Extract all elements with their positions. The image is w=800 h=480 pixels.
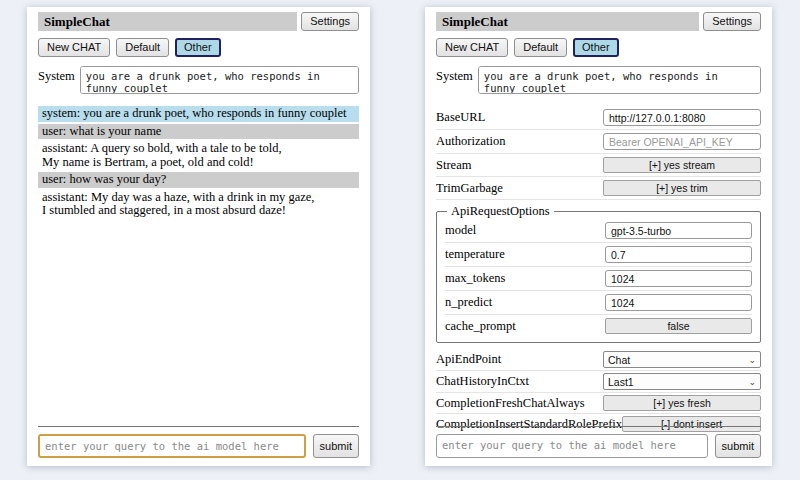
authorization-input[interactable] [603,133,761,150]
app-title: SimpleChat [38,12,297,31]
system-label: System [436,66,473,84]
api-endpoint-selected-value: Chat [608,354,630,366]
setting-row-temperature: temperature [445,243,752,267]
chat-history-selected-value: Last1 [608,376,634,388]
baseurl-label: BaseURL [436,110,485,125]
setting-row-cache-prompt: cache_prompt false [445,315,752,337]
api-request-options-legend: ApiRequestOptions [447,204,554,219]
session-other-button[interactable]: Other [573,38,619,57]
chat-message-assistant: assistant: A query so bold, with a tale … [38,141,359,170]
session-default-button[interactable]: Default [116,38,169,57]
stream-toggle-button[interactable]: [+] yes stream [603,157,761,173]
new-chat-button[interactable]: New CHAT [436,38,508,57]
temperature-label: temperature [445,247,505,262]
chat-message-user: user: what is your name [38,124,359,140]
setting-row-baseurl: BaseURL [436,106,761,130]
session-toolbar: New CHAT Default Other [436,38,761,57]
query-area: submit [436,426,761,458]
api-endpoint-label: ApiEndPoint [436,352,501,367]
completion-fresh-toggle-button[interactable]: [+] yes fresh [603,395,761,411]
settings-button[interactable]: Settings [703,12,761,31]
cache-prompt-label: cache_prompt [445,319,516,334]
setting-row-max-tokens: max_tokens [445,267,752,291]
query-area: submit [38,426,359,458]
n-predict-label: n_predict [445,295,492,310]
header: SimpleChat Settings [38,12,359,31]
chat-history-in-ctxt-select[interactable]: Last1 ⌄ [603,373,761,390]
chat-history: system: you are a drunk poet, who respon… [38,106,359,219]
submit-button[interactable]: submit [715,434,761,458]
system-prompt-textarea[interactable]: you are a drunk poet, who responds in fu… [80,66,359,94]
setting-row-stream: Stream [+] yes stream [436,154,761,177]
session-toolbar: New CHAT Default Other [38,38,359,57]
max-tokens-label: max_tokens [445,271,505,286]
setting-row-chat-history-in-ctxt: ChatHistoryInCtxt Last1 ⌄ [436,371,761,393]
model-input[interactable] [605,222,752,239]
authorization-label: Authorization [436,134,505,149]
trimgarbage-toggle-button[interactable]: [+] yes trim [603,180,761,196]
baseurl-input[interactable] [603,109,761,126]
settings-button[interactable]: Settings [301,12,359,31]
system-prompt-row: System you are a drunk poet, who respond… [38,66,359,94]
n-predict-input[interactable] [605,294,752,311]
max-tokens-input[interactable] [605,270,752,287]
completion-fresh-label: CompletionFreshChatAlways [436,396,585,411]
setting-row-n-predict: n_predict [445,291,752,315]
cache-prompt-toggle-button[interactable]: false [605,318,752,334]
app-title: SimpleChat [436,12,699,31]
user-query-input[interactable] [436,434,708,458]
chat-message-assistant: assistant: My day was a haze, with a dri… [38,190,359,219]
chevron-down-icon: ⌄ [748,356,756,364]
new-chat-button[interactable]: New CHAT [38,38,110,57]
session-default-button[interactable]: Default [514,38,567,57]
chevron-down-icon: ⌄ [748,378,756,386]
api-request-options-fieldset: ApiRequestOptions model temperature max_… [436,204,761,343]
session-other-button[interactable]: Other [175,38,221,57]
chat-panel: SimpleChat Settings New CHAT Default Oth… [27,7,370,466]
chat-message-user: user: how was your day? [38,172,359,188]
setting-row-trimgarbage: TrimGarbage [+] yes trim [436,177,761,200]
user-query-input[interactable] [38,434,306,458]
settings-list: BaseURL Authorization Stream [+] yes str… [436,106,761,434]
api-endpoint-select[interactable]: Chat ⌄ [603,351,761,368]
header: SimpleChat Settings [436,12,761,31]
stream-label: Stream [436,158,471,173]
temperature-input[interactable] [605,246,752,263]
setting-row-completion-fresh: CompletionFreshChatAlways [+] yes fresh [436,393,761,414]
model-label: model [445,223,476,238]
setting-row-api-endpoint: ApiEndPoint Chat ⌄ [436,349,761,371]
chat-message-system: system: you are a drunk poet, who respon… [38,106,359,122]
chat-history-in-ctxt-label: ChatHistoryInCtxt [436,374,529,389]
setting-row-model: model [445,219,752,243]
settings-panel: SimpleChat Settings New CHAT Default Oth… [425,7,772,466]
system-prompt-textarea[interactable]: you are a drunk poet, who responds in fu… [478,66,761,94]
system-prompt-row: System you are a drunk poet, who respond… [436,66,761,94]
trimgarbage-label: TrimGarbage [436,181,503,196]
system-label: System [38,66,75,84]
submit-button[interactable]: submit [313,434,359,458]
setting-row-authorization: Authorization [436,130,761,154]
